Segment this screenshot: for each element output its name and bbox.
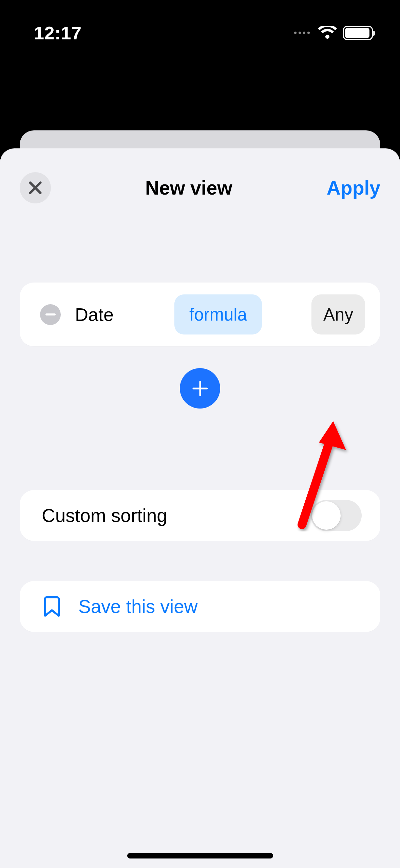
plus-icon: [191, 379, 210, 398]
close-icon: [27, 180, 43, 196]
recording-dots-icon: [294, 32, 310, 34]
remove-condition-button[interactable]: [40, 304, 61, 325]
wifi-icon: [318, 26, 337, 40]
battery-icon: [343, 26, 373, 40]
filter-condition-row: Date formula Any: [20, 283, 380, 346]
custom-sorting-toggle[interactable]: [311, 500, 362, 531]
add-condition-button[interactable]: [180, 368, 220, 409]
toggle-knob: [312, 501, 341, 530]
save-view-button[interactable]: Save this view: [20, 581, 380, 632]
apply-button[interactable]: Apply: [327, 177, 380, 199]
status-bar: 12:17: [0, 0, 400, 65]
status-time: 12:17: [34, 22, 82, 43]
home-indicator[interactable]: [127, 853, 273, 858]
filter-operator-chip[interactable]: formula: [174, 294, 262, 334]
filter-value-chip[interactable]: Any: [311, 294, 365, 334]
custom-sorting-row: Custom sorting: [20, 490, 380, 541]
sheet-title: New view: [145, 177, 232, 199]
save-view-label: Save this view: [78, 596, 198, 617]
bookmark-icon: [42, 596, 62, 617]
sheet-header: New view Apply: [0, 148, 400, 208]
close-button[interactable]: [20, 172, 51, 203]
minus-icon: [45, 309, 56, 320]
filter-field-label[interactable]: Date: [75, 304, 174, 325]
background-sheet: [20, 130, 380, 151]
custom-sorting-label: Custom sorting: [42, 505, 167, 526]
status-right: [294, 26, 373, 40]
new-view-sheet: New view Apply Date formula Any Custom s…: [0, 148, 400, 868]
